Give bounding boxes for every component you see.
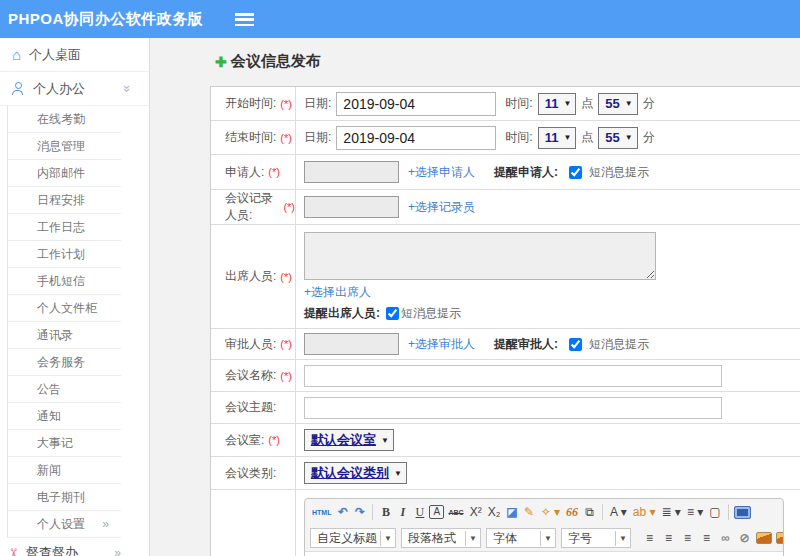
sidebar-item[interactable]: 工作日志 [8,214,121,241]
blockquote-icon[interactable]: 66 [564,503,580,521]
paste-text-icon[interactable]: ⧉ [582,503,597,521]
sidebar-item[interactable]: 新闻 [8,457,121,484]
recorder-input[interactable] [304,196,399,218]
paragraph-format-select[interactable]: 段落格式 [401,528,481,548]
sidebar-item[interactable]: 消息管理 [8,133,121,160]
approver-input[interactable] [304,333,399,355]
sidebar-item[interactable]: 日程安排 [8,187,121,214]
separator[interactable] [602,504,603,520]
sidebar-item-settings[interactable]: 个人设置 » [8,511,121,538]
unordered-list-icon[interactable]: ≡ ▾ [685,503,705,521]
meeting-room-select[interactable]: 默认会议室 ▼ [304,429,394,451]
menu-icon[interactable] [235,13,254,26]
char-border-icon[interactable]: A [429,505,444,519]
sms-remind-checkbox[interactable] [569,166,582,179]
underline-icon[interactable]: U [412,503,427,521]
sms-remind-checkbox[interactable] [569,338,582,351]
sidebar-item[interactable]: 通知 [8,403,121,430]
main-content: ✚ 会议信息发布 开始时间:(*) 日期: 时间: 11▼ 点 5 [150,38,800,556]
editor-toolbar-row1: HTML↶↷BIUAABCX²X₂◪✎✧ ▾66⧉A ▾ab ▾≣ ▾≡ ▾▢ [305,499,783,524]
unlink-icon[interactable]: ⊘ [737,529,752,547]
superscript-icon[interactable]: X² [468,503,484,521]
autotypeset-icon[interactable]: ✧ ▾ [539,503,562,521]
meeting-name-input[interactable] [304,365,722,387]
sidebar-item-label: 内部邮件 [37,165,85,182]
insert-image-icon[interactable] [756,532,772,544]
choose-applicant-link[interactable]: +选择申请人 [408,164,475,181]
font-size-select[interactable]: 字号 [561,528,631,548]
sidebar-item-label: 个人桌面 [29,46,81,64]
new-page-icon[interactable]: ▢ [707,503,722,521]
sidebar-item-label: 个人办公 [33,80,85,98]
field-label-start-time: 开始时间:(*) [211,87,296,120]
strikethrough-icon[interactable]: ABC [446,503,465,521]
fullscreen-icon[interactable] [734,506,751,519]
sidebar-item[interactable]: 内部邮件 [8,160,121,187]
sidebar: ⌂ 个人桌面 个人办公 » 在线考勤 消息管理 内部邮件 日程 [0,38,150,556]
bold-icon[interactable]: B [378,503,393,521]
format-brush-icon[interactable]: ✎ [522,503,537,521]
person-icon [12,82,25,96]
plus-icon: ✚ [215,54,227,70]
page-title: ✚ 会议信息发布 [215,52,800,71]
ordered-list-icon[interactable]: ≣ ▾ [659,503,682,521]
field-label-content [211,490,296,556]
start-date-input[interactable] [336,92,496,116]
meeting-subject-input[interactable] [304,397,722,419]
meeting-category-select[interactable]: 默认会议类别 ▼ [304,462,407,484]
start-hour-select[interactable]: 11▼ [538,93,577,115]
sidebar-item[interactable]: 电子期刊 [8,484,121,511]
italic-icon[interactable]: I [395,503,410,521]
separator[interactable] [728,504,729,520]
choose-approver-link[interactable]: +选择审批人 [408,336,475,353]
choose-recorder-link[interactable]: +选择记录员 [408,199,475,216]
end-date-input[interactable] [336,126,496,150]
link-icon[interactable]: ∞ [718,529,733,547]
applicant-input[interactable] [304,161,399,183]
sidebar-item[interactable]: 大事记 [8,430,121,457]
editor-content[interactable] [305,551,783,556]
align-justify-icon[interactable]: ≡ [699,529,714,547]
font-family-select[interactable]: 字体 [486,528,556,548]
subscript-icon[interactable]: X₂ [486,503,503,521]
sidebar-item-supervise[interactable]: ✂ 督查督办 » [0,538,149,556]
sidebar-item-label: 通知 [37,408,61,425]
remind-approver-label: 提醒审批人: [494,336,558,353]
highlight-color-icon[interactable]: ab ▾ [631,503,658,521]
redo-icon[interactable]: ↷ [352,503,367,521]
start-minute-select[interactable]: 55▼ [598,93,637,115]
sidebar-item[interactable]: 公告 [8,376,121,403]
sidebar-item[interactable]: 在线考勤 [8,106,121,133]
align-right-icon[interactable]: ≡ [680,529,695,547]
sidebar-item[interactable]: 会务服务 [8,349,121,376]
sidebar-item[interactable]: 通讯录 [8,322,121,349]
sidebar-item-label: 工作日志 [37,219,85,236]
end-hour-select[interactable]: 11▼ [538,127,577,149]
choose-attendees-link[interactable]: +选择出席人 [304,284,371,301]
sidebar-item[interactable]: 个人文件柜 [8,295,121,322]
table-row: 申请人:(*) +选择申请人 提醒申请人: 短消息提示 [211,155,800,190]
undo-icon[interactable]: ↶ [335,503,350,521]
table-row: 开始时间:(*) 日期: 时间: 11▼ 点 55▼ 分 [211,87,800,121]
caret-down-icon: ▼ [394,469,402,478]
sidebar-item-office[interactable]: 个人办公 » [0,72,149,106]
field-label-meeting-name: 会议名称:(*) [211,360,296,391]
sidebar-item[interactable]: 手机短信 [8,268,121,295]
html-source-button[interactable]: HTML [310,503,333,521]
sidebar-item-label: 电子期刊 [37,489,85,506]
sidebar-item[interactable]: 工作计划 [8,241,121,268]
align-center-icon[interactable]: ≡ [661,529,676,547]
field-label-end-time: 结束时间:(*) [211,121,296,154]
sidebar-item-desktop[interactable]: ⌂ 个人桌面 [0,38,149,72]
upload-image-icon[interactable] [776,532,784,544]
sms-remind-checkbox[interactable] [386,307,399,320]
align-left-icon[interactable]: ≡ [642,529,657,547]
caret-down-icon: ▼ [563,99,571,108]
eraser-icon[interactable]: ◪ [504,503,519,521]
attendees-textarea[interactable] [304,232,656,280]
separator[interactable] [372,504,373,520]
custom-title-select[interactable]: 自定义标题 [310,528,396,548]
end-minute-select[interactable]: 55▼ [598,127,637,149]
caret-down-icon [465,531,480,546]
font-color-icon[interactable]: A ▾ [608,503,629,521]
